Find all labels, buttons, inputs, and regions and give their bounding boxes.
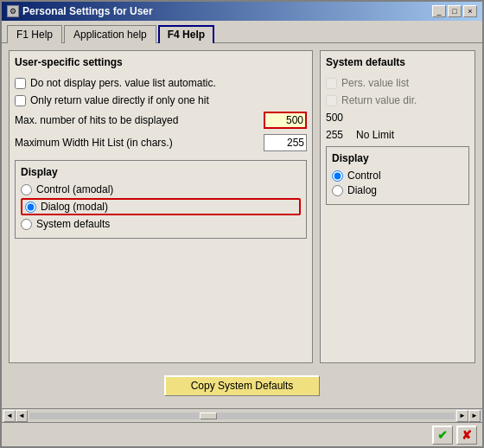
radio-control-row: Control (amodal) bbox=[21, 183, 301, 195]
copy-defaults-button[interactable]: Copy System Defaults bbox=[164, 375, 321, 396]
scrollbar: ◄ ◄ ► ► bbox=[2, 408, 482, 422]
checkbox-row-2: Only return value directly if only one h… bbox=[15, 94, 307, 106]
bottom-bar: ✔ ✘ bbox=[2, 422, 482, 446]
pers-value-checkbox bbox=[326, 78, 337, 89]
scroll-left-button[interactable]: ◄ bbox=[3, 410, 16, 422]
width-field-row: Maximum Width Hit List (in chars.) bbox=[15, 134, 307, 151]
ok-button[interactable]: ✔ bbox=[432, 426, 453, 445]
right-radio-dialog-row: Dialog bbox=[332, 184, 463, 196]
radio-control-label: Control (amodal) bbox=[36, 183, 113, 195]
hits-default-value: 500 bbox=[326, 112, 352, 124]
tab-apphelp[interactable]: Application help bbox=[64, 25, 156, 43]
cancel-button[interactable]: ✘ bbox=[456, 426, 477, 445]
right-radio-control[interactable] bbox=[332, 170, 343, 182]
radio-sysdefaults-row: System defaults bbox=[21, 218, 301, 230]
minimize-button[interactable]: _ bbox=[432, 5, 446, 17]
radio-sysdefaults[interactable] bbox=[21, 219, 32, 230]
right-radio-control-row: Control bbox=[332, 170, 463, 182]
scroll-left2-button[interactable]: ◄ bbox=[16, 410, 28, 422]
check-icon: ✔ bbox=[437, 428, 448, 442]
return-value-checkbox bbox=[326, 95, 337, 106]
return-value-row: Return value dir. bbox=[326, 94, 469, 106]
title-controls: _ □ × bbox=[432, 5, 477, 17]
radio-dialog[interactable] bbox=[25, 202, 36, 213]
title-bar: ⚙ Personal Settings for User _ □ × bbox=[2, 2, 482, 21]
display-section: Display Control (amodal) Dialog (modal) … bbox=[15, 160, 307, 239]
title-bar-left: ⚙ Personal Settings for User bbox=[7, 5, 153, 17]
right-radio-control-label: Control bbox=[347, 170, 381, 182]
right-display-title: Display bbox=[332, 152, 463, 164]
radio-control[interactable] bbox=[21, 184, 32, 195]
dont-display-checkbox[interactable] bbox=[15, 78, 26, 89]
radio-dialog-row: Dialog (modal) bbox=[21, 198, 301, 215]
checkbox-row-1: Do not display pers. value list automati… bbox=[15, 77, 307, 89]
scroll-right2-button[interactable]: ► bbox=[468, 410, 481, 422]
scroll-thumb[interactable] bbox=[200, 413, 217, 419]
tab-content: User-specific settings Do not display pe… bbox=[2, 42, 482, 408]
dont-display-label: Do not display pers. value list automati… bbox=[30, 77, 216, 89]
tab-f1help[interactable]: F1 Help bbox=[7, 25, 62, 43]
width-default-value: 255 bbox=[326, 129, 352, 141]
right-radio-dialog[interactable] bbox=[332, 185, 343, 196]
hits-field-row: Max. number of hits to be displayed bbox=[15, 112, 307, 129]
hits-default-row: 500 bbox=[326, 112, 469, 124]
copy-btn-row: Copy System Defaults bbox=[9, 370, 475, 401]
scroll-track[interactable] bbox=[29, 413, 455, 419]
maximize-button[interactable]: □ bbox=[448, 5, 462, 17]
window-icon: ⚙ bbox=[7, 5, 19, 17]
system-defaults-title: System defaults bbox=[326, 56, 469, 68]
radio-dialog-label: Dialog (modal) bbox=[41, 201, 108, 213]
width-default-row: 255 No Limit bbox=[326, 129, 469, 141]
x-icon: ✘ bbox=[462, 428, 472, 442]
user-settings-panel: User-specific settings Do not display pe… bbox=[9, 50, 313, 363]
only-return-checkbox[interactable] bbox=[15, 95, 26, 106]
main-panels: User-specific settings Do not display pe… bbox=[9, 50, 475, 363]
pers-value-row: Pers. value list bbox=[326, 77, 469, 89]
system-defaults-panel: System defaults Pers. value list Return … bbox=[320, 50, 475, 363]
close-button[interactable]: × bbox=[463, 5, 477, 17]
window-title: Personal Settings for User bbox=[22, 5, 153, 17]
width-input[interactable] bbox=[264, 134, 307, 151]
radio-sysdefaults-label: System defaults bbox=[36, 218, 110, 230]
user-settings-title: User-specific settings bbox=[15, 56, 307, 68]
right-radio-dialog-label: Dialog bbox=[347, 184, 377, 196]
main-window: ⚙ Personal Settings for User _ □ × F1 He… bbox=[0, 0, 484, 448]
width-label: Maximum Width Hit List (in chars.) bbox=[15, 137, 259, 149]
hits-label: Max. number of hits to be displayed bbox=[15, 114, 259, 126]
return-value-label: Return value dir. bbox=[341, 94, 417, 106]
tab-f4help[interactable]: F4 Help bbox=[158, 25, 214, 43]
display-title: Display bbox=[21, 166, 301, 178]
hits-input[interactable] bbox=[264, 112, 307, 129]
scroll-right-button[interactable]: ► bbox=[456, 410, 468, 422]
only-return-label: Only return value directly if only one h… bbox=[30, 94, 209, 106]
tab-bar: F1 Help Application help F4 Help bbox=[2, 21, 482, 42]
right-display-section: Display Control Dialog bbox=[326, 146, 469, 205]
no-limit-text: No Limit bbox=[356, 129, 394, 141]
pers-value-label: Pers. value list bbox=[341, 77, 409, 89]
